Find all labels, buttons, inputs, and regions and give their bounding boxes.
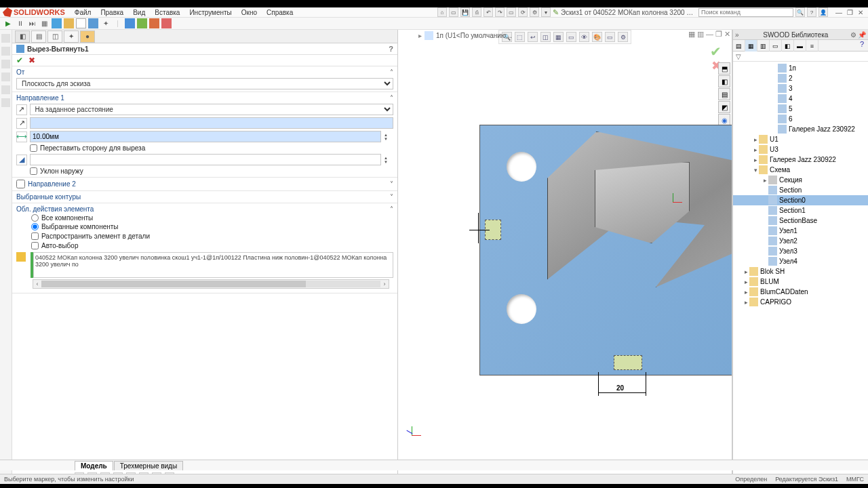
tree-node[interactable]: ▸Blok SH	[733, 266, 868, 277]
user-icon[interactable]: 👤	[818, 7, 828, 17]
vp-tile-icon[interactable]: ▦	[688, 30, 695, 39]
draft-icon[interactable]: ◢	[16, 155, 27, 165]
view-settings-icon[interactable]: ⚙	[618, 32, 628, 42]
scope-all-radio[interactable]	[31, 214, 39, 222]
reverse-direction-icon[interactable]: ↗	[16, 104, 27, 115]
color-6[interactable]	[137, 18, 147, 28]
color-9[interactable]	[161, 18, 172, 28]
search-icon[interactable]: 🔍	[795, 7, 805, 17]
menu-tools[interactable]: Инструменты	[189, 9, 231, 16]
draft-input[interactable]	[30, 154, 381, 165]
tree-node[interactable]: 5	[733, 104, 868, 114]
panel-pin-icon[interactable]: 📌	[858, 31, 866, 39]
restore-button[interactable]: ❐	[845, 9, 854, 16]
extra-icon[interactable]: ▾	[541, 7, 551, 17]
left-edge-icon[interactable]	[1, 73, 10, 81]
tree-node[interactable]: ▸U3	[733, 144, 868, 155]
tree-node[interactable]: Section	[733, 185, 868, 195]
expand-icon[interactable]: ˅	[390, 193, 393, 201]
view-shaded-icon[interactable]: ◩	[718, 101, 730, 113]
minimize-button[interactable]: —	[834, 9, 844, 16]
tree-node[interactable]: Узел3	[733, 246, 868, 256]
vp-max-icon[interactable]: ❐	[715, 30, 722, 39]
tree-node[interactable]: Галерея Jazz 230922	[733, 124, 868, 134]
help-icon[interactable]: ?	[807, 7, 816, 17]
home-icon[interactable]: ⌂	[437, 7, 447, 17]
edit-appear-icon[interactable]: 🎨	[592, 32, 602, 42]
save-icon[interactable]: 💾	[460, 7, 470, 17]
color-4[interactable]	[88, 18, 98, 28]
command-search-input[interactable]	[698, 8, 793, 17]
open-icon[interactable]: ▭	[449, 7, 458, 17]
view-iso-icon[interactable]: ◧	[718, 75, 730, 87]
rp-tab-7[interactable]: ≡	[806, 40, 818, 52]
color-2[interactable]	[64, 18, 74, 28]
rp-tab-3[interactable]: ▥	[757, 40, 770, 52]
tree-node[interactable]: 6	[733, 114, 868, 124]
tree-node[interactable]: 3	[733, 83, 868, 94]
vp-close-icon[interactable]: ✕	[724, 30, 730, 39]
tab-model[interactable]: Модель	[75, 461, 113, 470]
color-8[interactable]	[149, 18, 159, 28]
tool-icon[interactable]: ▦	[39, 18, 50, 28]
tree-node[interactable]: ▸BLUM	[733, 277, 868, 287]
options-icon[interactable]: ⚙	[530, 7, 539, 17]
display-style-icon[interactable]: ▭	[566, 32, 576, 42]
end-condition-dropdown[interactable]: На заданное расстояние	[30, 104, 394, 115]
pm-ok-button[interactable]: ✔	[16, 56, 23, 65]
collapse-icon[interactable]: ˄	[390, 94, 393, 102]
panel-collapse-icon[interactable]: »	[735, 31, 739, 39]
print-icon[interactable]: ⎙	[472, 7, 481, 17]
panel-settings-icon[interactable]: ⚙	[850, 31, 856, 39]
vp-tile2-icon[interactable]: ▥	[697, 30, 704, 39]
tree-node[interactable]: ▸Галерея Jazz 230922	[733, 155, 868, 165]
color-3[interactable]	[76, 18, 86, 28]
rp-tab-1[interactable]: ▤	[733, 40, 745, 52]
vp-min-icon[interactable]: —	[706, 30, 713, 39]
pm-help-icon[interactable]: ?	[389, 45, 393, 53]
hide-show-icon[interactable]: 👁	[579, 32, 589, 42]
color-1[interactable]	[52, 18, 62, 28]
viewport[interactable]: ▦ ▥ — ❐ ✕ 🔍 ⬚ ↩ ◫ ▦ ▭ 👁 🎨 ▭ ⚙ ▸	[398, 30, 732, 474]
view-back-icon[interactable]: ▤	[718, 88, 730, 100]
tab-3dviews[interactable]: Трехмерные виды	[114, 461, 183, 470]
color-7[interactable]	[125, 18, 135, 28]
left-edge-icon[interactable]	[1, 34, 10, 43]
expand-icon[interactable]: ˅	[390, 180, 393, 188]
confirm-corner-ok[interactable]: ✔	[710, 43, 722, 60]
menu-edit[interactable]: Правка	[100, 9, 123, 16]
draft-outward-checkbox[interactable]	[30, 167, 37, 175]
left-edge-icon[interactable]	[1, 98, 10, 107]
status-units[interactable]: ММГС	[846, 476, 864, 483]
tree-node[interactable]: Узел1	[733, 226, 868, 236]
tree-node[interactable]: 2	[733, 73, 868, 83]
collapse-icon[interactable]: ˄	[390, 205, 393, 213]
step-icon[interactable]: ⏭	[27, 18, 37, 28]
tree-node[interactable]: Узел4	[733, 256, 868, 266]
zoom-area-icon[interactable]: ⬚	[515, 32, 525, 42]
left-edge-icon[interactable]	[1, 60, 10, 68]
tree-node[interactable]: 4	[733, 94, 868, 104]
tree-node[interactable]: ▸BlumCADDaten	[733, 287, 868, 297]
rp-help-icon[interactable]: ?	[856, 40, 868, 51]
menu-view[interactable]: Вид	[133, 9, 145, 16]
tree-node[interactable]: ▸Секция	[733, 175, 868, 185]
flyout-tree-header[interactable]: ▸ 1п (U1<По умолчанию...	[418, 31, 512, 40]
rp-tab-5[interactable]: ◧	[782, 40, 794, 52]
dimension-20[interactable]: 20	[616, 384, 624, 392]
tree-node[interactable]: ▸U1	[733, 134, 868, 144]
depth-spinner[interactable]: ▲▼	[384, 133, 393, 141]
flip-side-checkbox[interactable]	[30, 144, 37, 152]
rp-tab-2[interactable]: ▦	[745, 40, 757, 52]
pm-tab-appear[interactable]: ✦	[64, 30, 79, 43]
tree-node[interactable]: ▸CAPRIGO	[733, 297, 868, 307]
rp-tab-6[interactable]: ▬	[794, 40, 806, 52]
left-edge-icon[interactable]	[1, 47, 10, 56]
pm-tab-config[interactable]: ▤	[31, 30, 46, 43]
undo-icon[interactable]: ↶	[484, 7, 493, 17]
scope-hscrollbar[interactable]: ‹›	[33, 279, 389, 289]
section-view-icon[interactable]: ◫	[540, 32, 551, 42]
pm-tab-feature[interactable]: ◧	[15, 30, 30, 43]
left-edge-icon[interactable]	[1, 85, 10, 94]
draft-spinner[interactable]: ▲▼	[384, 156, 393, 164]
